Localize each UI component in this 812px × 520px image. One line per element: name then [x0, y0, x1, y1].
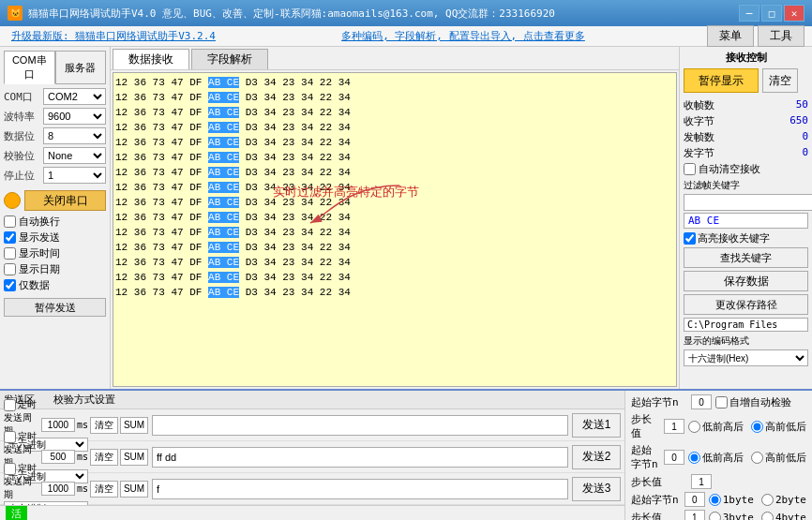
send-clear-button-3[interactable]: 清空 — [90, 481, 118, 498]
timer-checkbox-3[interactable] — [4, 463, 16, 475]
encoding-format-label: 显示的编码格式 — [684, 334, 808, 348]
data-bits-select[interactable]: 8 — [43, 127, 106, 144]
data-only-checkbox[interactable] — [4, 279, 16, 291]
data-row: 12 36 73 47 DF AB CE D3 34 23 34 22 34 — [115, 240, 674, 255]
1byte-radio[interactable] — [709, 494, 721, 506]
brc-row-4: 步长值 — [631, 474, 806, 489]
clear-receive-button[interactable]: 清空 — [762, 68, 798, 93]
low-first-label-1: 低前高后 — [702, 420, 744, 434]
step-input-3[interactable] — [684, 510, 705, 520]
maximize-button[interactable]: □ — [761, 5, 782, 22]
save-data-button[interactable]: 保存数据 — [684, 271, 808, 291]
start-byte-input-3[interactable] — [684, 492, 705, 507]
1byte-label: 1byte — [723, 494, 754, 506]
com-tabs: COM串口 服务器 — [4, 51, 106, 84]
high-first-radio-1[interactable] — [751, 421, 763, 433]
encoding-link[interactable]: 多种编码, 字段解析, 配置导出导入, 点击查看更多 — [341, 29, 585, 43]
baud-rate-select[interactable]: 9600 — [43, 108, 106, 125]
update-path-button[interactable]: 更改保存路径 — [684, 294, 808, 315]
start-byte-input-1[interactable] — [691, 394, 712, 409]
com-port-select[interactable]: COM2 — [43, 88, 106, 105]
encoding-format-select[interactable]: 十六进制(Hex) — [684, 349, 808, 366]
data-row: 12 36 73 47 DF AB CE D3 34 23 34 22 34 — [115, 180, 674, 195]
show-time-checkbox[interactable] — [4, 247, 16, 260]
low-first-label-2: 低前高后 — [702, 451, 744, 465]
period-input-3[interactable] — [41, 482, 75, 496]
send-clear-button-1[interactable]: 清空 — [90, 417, 118, 434]
send-input-3[interactable] — [152, 479, 568, 499]
timer-check-3-row: 定时 — [4, 462, 88, 475]
send-input-2[interactable] — [152, 447, 568, 468]
tool-button[interactable]: 工具 — [758, 25, 804, 47]
show-send-row: 显示发送 — [4, 230, 106, 245]
data-row: 12 36 73 47 DF AB CE D3 34 23 34 22 34 — [115, 150, 674, 165]
step-input-2[interactable] — [691, 474, 712, 489]
filter-keyword-input[interactable] — [684, 194, 812, 211]
4byte-radio[interactable] — [761, 512, 774, 521]
send-button-3[interactable]: 发送3 — [572, 477, 621, 501]
high-first-radio-2-row: 高前低后 — [751, 451, 806, 465]
timer-checkbox-1[interactable] — [4, 399, 16, 411]
start-byte-input-2[interactable] — [664, 450, 684, 465]
period-label-3: 发送周期 — [4, 475, 39, 501]
menu-button[interactable]: 菜单 — [707, 25, 754, 47]
tab-com[interactable]: COM串口 — [4, 51, 55, 84]
stop-bits-label: 停止位 — [4, 169, 43, 183]
send-button-2[interactable]: 发送2 — [572, 445, 621, 469]
recv-frame-value: 50 — [796, 98, 808, 112]
close-port-button[interactable]: 关闭串口 — [24, 190, 106, 211]
upgrade-link[interactable]: 升级最新版: 猫猫串口网络调试助手V3.2.4 — [11, 29, 216, 43]
timer-checkbox-2[interactable] — [4, 431, 16, 443]
low-first-radio-1[interactable] — [688, 421, 700, 433]
highlight-keyword-checkbox[interactable] — [684, 232, 696, 245]
pause-display-button[interactable]: 暂停显示 — [684, 68, 759, 93]
tab-field-parse[interactable]: 字段解析 — [191, 49, 268, 69]
show-date-row: 显示日期 — [4, 262, 106, 276]
auto-clear-row: 自动清空接收 — [684, 162, 808, 176]
show-date-checkbox[interactable] — [4, 263, 16, 275]
start-byte-label-1: 起始字节n — [631, 395, 687, 409]
timer-check-1-row: 定时 — [4, 398, 88, 411]
2byte-label: 2byte — [775, 494, 806, 506]
pause-send-button[interactable]: 暂停发送 — [4, 298, 106, 317]
2byte-radio[interactable] — [761, 494, 774, 506]
tab-data-receive[interactable]: 数据接收 — [113, 49, 189, 69]
send-sum-button-2[interactable]: SUM — [120, 449, 148, 466]
send-area-header: 发送区 校验方式设置 — [0, 391, 624, 409]
send-frame-value: 0 — [802, 130, 808, 144]
close-button[interactable]: ✕ — [784, 5, 804, 22]
baud-rate-label: 波特率 — [4, 110, 43, 124]
send-clear-button-2[interactable]: 清空 — [90, 449, 118, 466]
auto-clear-checkbox[interactable] — [684, 163, 696, 175]
filter-section-label: 过滤帧关键字 — [684, 179, 808, 192]
3byte-radio[interactable] — [709, 512, 721, 521]
left-panel: COM串口 服务器 COM口 COM2 波特率 9600 数据位 8 — [0, 47, 111, 389]
data-display-area[interactable]: 12 36 73 47 DF AB CE D3 34 23 34 22 34 1… — [113, 72, 677, 387]
data-row: 12 36 73 47 DF AB CE D3 34 23 34 22 34 — [115, 75, 674, 90]
auto-wrap-checkbox[interactable] — [4, 215, 16, 228]
brc-row-2: 步长值 低前高后 高前低后 — [631, 412, 806, 440]
show-send-checkbox[interactable] — [4, 231, 16, 244]
keyword-display: AB CE — [684, 213, 808, 229]
parity-select[interactable]: None — [43, 147, 106, 164]
tab-server[interactable]: 服务器 — [55, 51, 107, 84]
stop-bits-select[interactable]: 1 — [43, 167, 106, 184]
send-byte-stat: 发字节 0 — [684, 146, 808, 160]
connection-status: 活 — [6, 506, 27, 520]
send-input-1[interactable] — [152, 415, 568, 436]
data-row: 12 36 73 47 DF AB CE D3 34 23 34 22 34 — [115, 285, 674, 300]
send-sum-button-1[interactable]: SUM — [120, 417, 148, 434]
send-sum-button-3[interactable]: SUM — [120, 481, 148, 498]
high-first-radio-2[interactable] — [751, 452, 763, 464]
find-keyword-button[interactable]: 查找关键字 — [684, 247, 808, 268]
data-row: 12 36 73 47 DF AB CE D3 34 23 34 22 34 — [115, 135, 674, 150]
recv-byte-value: 650 — [789, 114, 808, 128]
step-input-1[interactable] — [664, 419, 684, 434]
low-first-radio-2[interactable] — [688, 452, 700, 464]
parity-row: 校验位 None — [4, 147, 106, 164]
auto-incr-checkbox[interactable] — [715, 396, 728, 409]
minimize-button[interactable]: ─ — [739, 5, 759, 22]
period-unit-1: ms — [77, 420, 88, 430]
auto-wrap-row: 自动换行 — [4, 215, 106, 229]
send-button-1[interactable]: 发送1 — [572, 413, 621, 438]
